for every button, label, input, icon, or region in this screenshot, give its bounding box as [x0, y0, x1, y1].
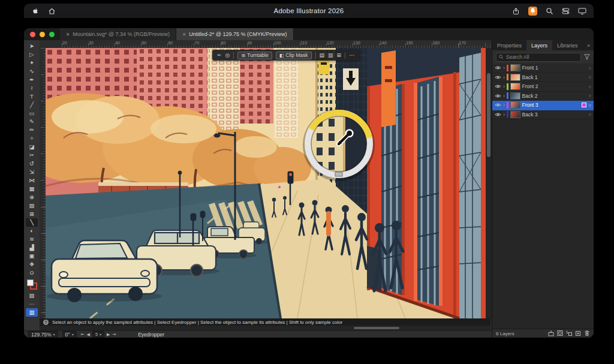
layer-row[interactable]: ›Back 2○: [492, 92, 594, 101]
visibility-toggle[interactable]: [495, 94, 501, 98]
line-segment-tool[interactable]: ╱: [26, 101, 38, 109]
tab-properties[interactable]: Properties: [492, 40, 526, 50]
free-transform-tool[interactable]: ▦: [26, 185, 38, 193]
window-close-button[interactable]: [30, 32, 35, 37]
tab-close-icon[interactable]: ✕: [182, 32, 186, 37]
view-columns-icon[interactable]: ▥: [328, 50, 333, 61]
eyedropper-tool[interactable]: ╲: [26, 218, 38, 227]
panel-collapse-icon[interactable]: »: [583, 40, 594, 50]
last-artboard-button[interactable]: ⇥: [112, 332, 116, 337]
shaper-tool[interactable]: ✧: [26, 134, 38, 143]
view-grid-icon[interactable]: ⊞: [337, 50, 342, 61]
filter-icon[interactable]: [584, 54, 590, 60]
visibility-toggle[interactable]: [495, 65, 501, 70]
layer-thumbnail[interactable]: [510, 92, 520, 100]
tab-layers[interactable]: Layers: [526, 40, 552, 50]
tab-libraries[interactable]: Libraries: [552, 40, 583, 50]
anchor-icon[interactable]: ◎: [225, 50, 230, 61]
visibility-toggle[interactable]: [495, 75, 501, 80]
screen-mode-icon[interactable]: ▥: [26, 308, 38, 317]
layer-name[interactable]: Front 2: [522, 83, 587, 89]
paintbrush-tool[interactable]: ✎: [26, 118, 38, 126]
artboard-select[interactable]: 5 ▾: [92, 331, 104, 338]
shape-builder-tool[interactable]: ⊕: [26, 193, 38, 201]
create-sublayer-icon[interactable]: [566, 330, 572, 338]
layer-row[interactable]: ›Front 1○: [492, 64, 594, 73]
scale-tool[interactable]: ⇲: [26, 168, 38, 176]
expand-chevron[interactable]: ›: [503, 102, 505, 108]
eraser-tool[interactable]: ◪: [26, 143, 38, 151]
graph-tool[interactable]: ▟: [26, 243, 38, 252]
layer-row[interactable]: ›Front 3○: [492, 101, 594, 110]
expand-chevron[interactable]: ›: [503, 83, 505, 89]
expand-chevron[interactable]: ›: [503, 65, 505, 71]
layer-thumbnail[interactable]: [510, 74, 520, 81]
document-tab-untitled2[interactable]: ✕ Untitled-2* @ 129.75 % (CMYK/Preview): [176, 28, 294, 40]
lasso-tool[interactable]: ∿: [26, 67, 38, 76]
more-options-icon[interactable]: ⋯: [349, 50, 354, 61]
horizontal-scrollbar[interactable]: [40, 326, 490, 330]
search-icon[interactable]: [546, 7, 553, 15]
vertical-scrollbar[interactable]: [486, 48, 492, 318]
visibility-toggle[interactable]: [495, 84, 501, 89]
rotation-select[interactable]: 0° ▾: [62, 331, 77, 338]
home-icon[interactable]: [48, 7, 56, 15]
delete-layer-icon[interactable]: [584, 330, 590, 338]
vertical-scrollbar-thumb[interactable]: [487, 73, 490, 157]
layer-row[interactable]: ›Back 1○: [492, 73, 594, 83]
window-minimize-button[interactable]: [40, 32, 45, 37]
target-circle[interactable]: ○: [588, 74, 591, 80]
share-icon[interactable]: [512, 7, 520, 15]
first-artboard-button[interactable]: ⇤: [81, 332, 85, 337]
fill-swatch[interactable]: [27, 279, 34, 286]
artboard-tool[interactable]: ▣: [26, 252, 38, 260]
next-artboard-button[interactable]: ▶: [107, 332, 110, 337]
layer-thumbnail[interactable]: [510, 64, 520, 71]
layer-name[interactable]: Back 3: [522, 112, 587, 118]
view-rows-icon[interactable]: ▤: [320, 50, 325, 61]
symbol-sprayer-tool[interactable]: ≋: [26, 235, 38, 243]
previous-artboard-button[interactable]: ◀: [87, 332, 90, 337]
layer-thumbnail[interactable]: [510, 101, 520, 109]
horizontal-scrollbar-thumb[interactable]: [354, 327, 399, 329]
target-circle[interactable]: ○: [588, 84, 591, 89]
create-layer-icon[interactable]: [575, 330, 581, 338]
expand-chevron[interactable]: ›: [503, 112, 505, 118]
search-input[interactable]: Search All: [496, 53, 581, 62]
zoom-select[interactable]: 129.75% ▾: [28, 331, 58, 338]
type-tool[interactable]: T: [26, 92, 38, 101]
hand-tool[interactable]: ❖: [26, 260, 38, 269]
draw-mode-icon[interactable]: ▤: [26, 291, 38, 300]
width-tool[interactable]: ⋈: [26, 176, 38, 185]
rectangle-tool[interactable]: ▭: [26, 109, 38, 118]
canvas[interactable]: ✒ ◎ ⊞ Turntable ◧ Clip Mask ▤ ▥ ⊞ ⋯: [46, 48, 486, 318]
scissors-tool[interactable]: ✂: [26, 151, 38, 160]
pen-tool[interactable]: ✒: [26, 76, 38, 84]
make-clipping-mask-icon[interactable]: [557, 330, 563, 338]
expand-chevron[interactable]: ›: [503, 93, 505, 99]
turntable-button[interactable]: ⊞ Turntable: [237, 52, 272, 59]
target-circle[interactable]: ○: [588, 112, 591, 117]
direct-selection-tool[interactable]: ▷: [26, 50, 38, 59]
document-tab-mountain[interactable]: ✕ Mountain.svg* @ 7.34 % (RGB/Preview): [60, 28, 176, 40]
visibility-toggle[interactable]: [495, 103, 501, 107]
gradient-tool[interactable]: ▤: [26, 201, 38, 210]
visibility-toggle[interactable]: [495, 112, 501, 117]
layer-row[interactable]: ›Front 2○: [492, 82, 594, 92]
layer-thumbnail[interactable]: [510, 111, 520, 118]
magic-wand-tool[interactable]: ✦: [26, 59, 38, 67]
curvature-tool[interactable]: ≀: [26, 84, 38, 92]
notifications-icon[interactable]: [528, 7, 537, 16]
fill-stroke-swatches[interactable]: [26, 279, 37, 290]
layer-name[interactable]: Front 3: [522, 102, 580, 108]
target-circle[interactable]: ○: [588, 93, 591, 98]
layer-name[interactable]: Front 1: [522, 65, 587, 71]
layer-row[interactable]: ›Back 3○: [492, 110, 594, 120]
edit-toolbar-icon[interactable]: ⋯: [26, 300, 38, 308]
rotate-tool[interactable]: ↺: [26, 160, 38, 168]
expand-chevron[interactable]: ›: [503, 74, 505, 80]
pen-icon[interactable]: ✒: [217, 50, 222, 61]
display-icon[interactable]: [578, 7, 586, 15]
horizontal-ruler[interactable]: 2030405060708090100110120130140150160170: [40, 40, 492, 49]
collect-for-export-icon[interactable]: [548, 330, 554, 338]
